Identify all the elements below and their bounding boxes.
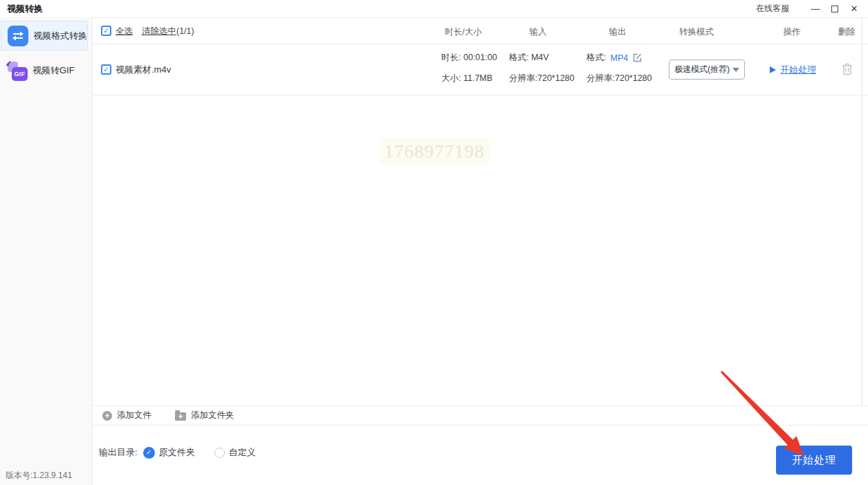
table-row: 视频素材.m4v 时长: 00:01:00 大小: 11.7MB 格式: M4V… [93,44,868,95]
maximize-button[interactable] [825,0,844,17]
titlebar: 视频转换 在线客服 — ✕ [0,0,868,17]
gif-icon: GIF [7,60,28,81]
swap-icon [8,26,28,46]
online-support-link[interactable]: 在线客服 [756,3,789,15]
maximize-icon [831,6,838,12]
input-format: 格式: M4V [509,52,549,64]
folder-plus-icon [175,412,186,421]
output-directory-label: 输出目录: [99,446,138,459]
version-number: 版本号:1.23.9.141 [6,470,72,482]
list-header: 全选 清除选中(1/1) 时长/大小 输入 输出 转换模式 操作 删除 [93,18,868,44]
sidebar-item-label: 视频格式转换 [33,30,87,42]
radio-original-folder-label: 原文件夹 [159,446,195,459]
file-list-area: 1768977198 [93,95,868,405]
column-header-delete: 删除 [838,26,856,38]
delete-row-button[interactable] [842,63,853,77]
add-toolbar: 添加文件 添加文件夹 [93,405,868,425]
convert-mode-select[interactable]: 极速模式(推荐) [669,60,745,80]
clear-selected-link[interactable]: 清除选中 [142,26,176,36]
column-header-output: 输出 [609,26,627,38]
file-name: 视频素材.m4v [116,64,171,76]
output-resolution: 分辨率:720*1280 [587,73,652,84]
footer: 输出目录: 原文件夹 自定义 开始处理 [93,425,868,485]
edit-format-icon[interactable] [632,53,643,63]
play-icon [770,66,776,73]
sidebar-item-video-to-gif[interactable]: GIF 视频转GIF [1,55,88,85]
sidebar-item-label: 视频转GIF [33,64,75,77]
plus-circle-icon [102,411,112,421]
select-all-link[interactable]: 全选 [116,26,133,37]
output-directory-row: 输出目录: 原文件夹 自定义 [99,446,275,459]
input-resolution: 分辨率:720*1280 [509,73,575,84]
radio-custom-folder-label: 自定义 [229,446,256,459]
file-duration: 时长: 00:01:00 [441,52,497,64]
main-panel: 全选 清除选中(1/1) 时长/大小 输入 输出 转换模式 操作 删除 视频素材… [93,17,868,485]
sidebar-item-video-format-convert[interactable]: 视频格式转换 [1,21,88,51]
row-checkbox[interactable] [101,64,111,75]
radio-original-folder[interactable]: 原文件夹 [143,446,195,459]
clear-selected-wrap[interactable]: 清除选中(1/1) [142,26,194,37]
file-size: 大小: 11.7MB [441,73,492,84]
window-controls: 在线客服 — ✕ [756,0,864,17]
column-header-convert-mode: 转换模式 [679,26,714,38]
radio-checked-icon [143,447,155,459]
column-header-duration-size: 时长/大小 [445,26,481,38]
app-title: 视频转换 [7,3,43,15]
row-start-process-link[interactable]: 开始处理 [770,64,816,76]
row-start-process-label: 开始处理 [780,64,816,76]
column-header-input: 输入 [530,26,547,38]
add-folder-label: 添加文件夹 [191,410,234,421]
close-button[interactable]: ✕ [844,0,864,17]
sidebar: 视频格式转换 GIF 视频转GIF 版本号:1.23.9.141 [0,17,93,485]
add-file-button[interactable]: 添加文件 [102,410,151,421]
output-format-label: 格式: [587,52,606,64]
column-header-actions: 操作 [784,26,801,38]
radio-custom-folder[interactable]: 自定义 [214,446,256,459]
output-format-value[interactable]: MP4 [610,53,628,63]
scrollbar-track[interactable] [862,18,862,405]
select-all-checkbox[interactable] [101,26,111,36]
start-process-button[interactable]: 开始处理 [776,446,852,475]
output-format-cell: 格式: MP4 [587,52,643,64]
chevron-down-icon [732,68,739,72]
radio-unchecked-icon [214,448,225,458]
add-folder-button[interactable]: 添加文件夹 [175,410,234,421]
trash-icon [842,63,853,75]
add-file-label: 添加文件 [117,410,151,421]
watermark: 1768977198 [380,138,489,165]
selected-count: (1/1) [176,26,194,36]
minimize-button[interactable]: — [806,0,825,17]
convert-mode-value: 极速模式(推荐) [674,64,730,75]
